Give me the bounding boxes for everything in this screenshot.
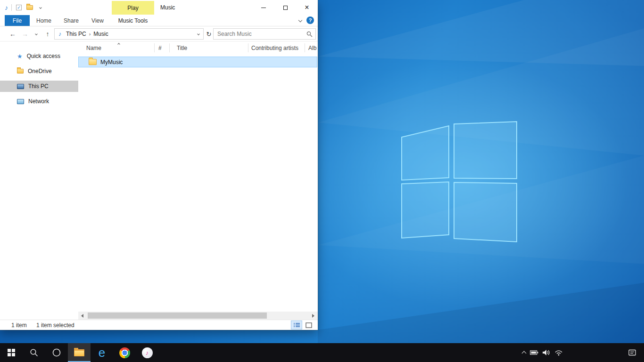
horizontal-scrollbar[interactable] xyxy=(78,312,318,320)
search-icon xyxy=(306,31,313,37)
properties-icon: ✓ xyxy=(16,5,22,10)
close-icon: × xyxy=(305,4,309,11)
folder-icon xyxy=(89,59,97,65)
column-separator[interactable] xyxy=(305,43,305,52)
scrollbar-thumb[interactable] xyxy=(88,313,267,319)
taskbar-file-explorer-button[interactable] xyxy=(68,343,91,362)
cortana-icon xyxy=(52,348,61,357)
qat-customize-button[interactable] xyxy=(37,4,44,11)
tab-music-tools[interactable]: Music Tools xyxy=(112,15,154,26)
network-icon xyxy=(17,99,24,104)
tab-view[interactable]: View xyxy=(86,15,109,26)
taskbar-search-button[interactable] xyxy=(23,343,45,362)
column-header-name[interactable]: Name xyxy=(86,45,101,51)
column-header-title[interactable]: Title xyxy=(177,45,187,51)
qat-separator xyxy=(11,4,12,11)
column-header-number[interactable]: # xyxy=(158,45,162,51)
ribbon-tab-strip: File Home Share View Music Tools ? xyxy=(0,15,318,26)
taskbar: e ♪ xyxy=(0,343,644,362)
taskbar-internet-explorer-button[interactable]: e xyxy=(91,343,113,362)
file-explorer-icon xyxy=(74,349,84,356)
sidebar-item-label: Network xyxy=(28,98,49,105)
column-separator[interactable] xyxy=(154,43,155,52)
scroll-right-button[interactable] xyxy=(309,312,317,320)
minimize-icon xyxy=(261,8,266,8)
properties-button[interactable]: ✓ xyxy=(15,4,23,11)
contextual-tab-play[interactable]: Play xyxy=(112,1,154,15)
start-button[interactable] xyxy=(0,343,23,362)
system-tray xyxy=(522,343,563,362)
hidden-icons-chevron-icon[interactable] xyxy=(522,351,527,356)
help-button[interactable]: ? xyxy=(306,16,314,24)
column-header-contributing-artists[interactable]: Contributing artists xyxy=(251,45,298,51)
details-view-icon xyxy=(294,322,300,328)
windows-start-icon xyxy=(8,349,15,356)
expand-ribbon-chevron-icon[interactable] xyxy=(298,18,302,22)
file-name: MyMusic xyxy=(100,59,123,66)
recent-locations-button[interactable] xyxy=(32,26,41,41)
address-dropdown-button[interactable] xyxy=(194,33,203,35)
file-row-mymusic[interactable]: MyMusic xyxy=(78,57,317,67)
computer-icon xyxy=(17,84,24,89)
forward-button[interactable]: → xyxy=(20,26,30,41)
battery-icon[interactable] xyxy=(530,350,538,355)
refresh-button[interactable]: ↻ xyxy=(205,28,213,40)
windows-logo-pane xyxy=(402,182,449,238)
navigation-toolbar: ← → ↑ ♪ This PC › Music ↻ xyxy=(0,26,318,41)
address-bar[interactable]: ♪ This PC › Music xyxy=(54,28,204,40)
search-icon xyxy=(30,348,38,357)
cortana-button[interactable] xyxy=(45,343,68,362)
minimize-button[interactable] xyxy=(253,0,274,15)
up-button[interactable]: ↑ xyxy=(42,26,53,41)
sidebar-item-this-pc[interactable]: This PC xyxy=(0,81,78,92)
windows-logo-pane xyxy=(454,122,517,179)
tab-file[interactable]: File xyxy=(5,15,30,26)
large-icons-view-icon xyxy=(305,322,312,328)
view-toggles xyxy=(291,321,314,329)
breadcrumb-this-pc[interactable]: This PC xyxy=(63,31,89,37)
taskbar-chrome-button[interactable] xyxy=(113,343,136,362)
column-separator[interactable] xyxy=(248,43,248,52)
app-music-icon[interactable]: ♪ xyxy=(5,4,8,11)
selection-count: 1 item selected xyxy=(36,322,74,329)
column-header-album[interactable]: Alb xyxy=(308,45,316,51)
maximize-button[interactable] xyxy=(274,0,296,15)
internet-explorer-icon: e xyxy=(99,346,105,359)
volume-icon[interactable] xyxy=(543,349,550,356)
itunes-icon: ♪ xyxy=(142,347,153,358)
tab-home[interactable]: Home xyxy=(32,15,56,26)
sidebar-item-label: This PC xyxy=(28,83,49,90)
chevron-down-icon xyxy=(39,6,42,9)
search-box xyxy=(213,28,316,40)
item-count: 1 item xyxy=(11,322,27,329)
breadcrumb-music[interactable]: Music xyxy=(91,31,111,37)
folder-icon xyxy=(26,5,33,10)
sidebar-item-quick-access[interactable]: ★ Quick access xyxy=(0,50,78,62)
title-bar[interactable]: ♪ ✓ Play Music × xyxy=(0,0,318,15)
details-view-button[interactable] xyxy=(291,321,302,329)
sidebar-item-label: OneDrive xyxy=(28,68,52,74)
sidebar-item-network[interactable]: Network xyxy=(0,96,78,107)
close-button[interactable]: × xyxy=(296,0,318,15)
tab-share[interactable]: Share xyxy=(58,15,84,26)
onedrive-icon xyxy=(17,69,24,74)
triangle-right-icon xyxy=(312,314,314,318)
chevron-down-icon xyxy=(35,33,38,35)
action-center-button[interactable] xyxy=(628,343,636,362)
triangle-left-icon xyxy=(81,314,83,318)
back-button[interactable]: ← xyxy=(7,26,19,41)
column-separator[interactable] xyxy=(169,43,170,52)
address-music-icon: ♪ xyxy=(58,31,61,37)
sidebar-item-onedrive[interactable]: OneDrive xyxy=(0,66,78,77)
new-folder-button[interactable] xyxy=(26,4,33,11)
search-input[interactable] xyxy=(214,29,315,39)
large-icons-view-button[interactable] xyxy=(304,321,314,329)
action-center-icon xyxy=(628,349,636,356)
taskbar-itunes-button[interactable]: ♪ xyxy=(136,343,158,362)
navigation-pane: ★ Quick access OneDrive This PC Network xyxy=(0,41,78,312)
network-wifi-icon[interactable] xyxy=(554,350,563,356)
window-title: Music xyxy=(160,0,175,15)
window-controls: × xyxy=(253,0,318,15)
scroll-left-button[interactable] xyxy=(78,312,86,320)
sidebar-item-label: Quick access xyxy=(27,53,60,59)
